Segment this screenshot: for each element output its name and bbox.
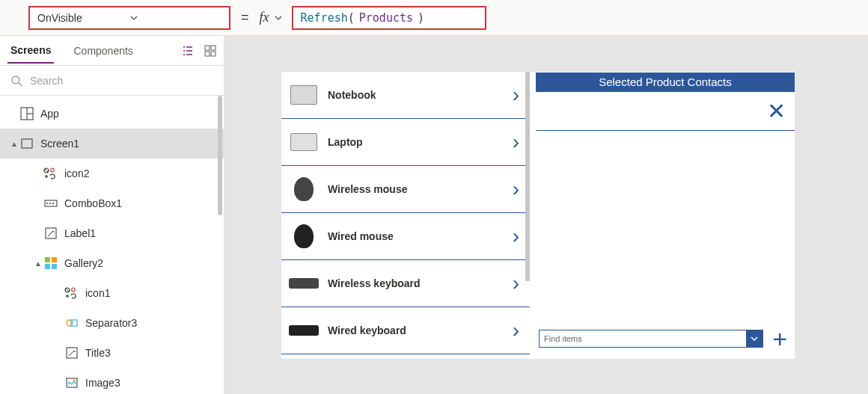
detail-pane: Selected Product Contacts ✕ Find items + (536, 72, 795, 359)
chevron-right-icon[interactable]: › (513, 130, 522, 154)
formula-argument: Products (359, 11, 413, 25)
tree-item-app[interactable]: App (0, 99, 224, 129)
detail-header: Selected Product Contacts (536, 73, 795, 92)
svg-point-27 (67, 320, 73, 326)
tree-item-combobox1[interactable]: ComboBox1 (0, 188, 224, 218)
chevron-down-icon[interactable] (746, 330, 762, 347)
caret-down-icon[interactable]: ▲ (33, 259, 43, 268)
scrollbar[interactable] (525, 72, 530, 281)
svg-line-5 (19, 83, 22, 86)
svg-rect-19 (45, 257, 50, 262)
search-icon (10, 75, 22, 87)
tree-item-screen1[interactable]: ▲ Screen1 (0, 129, 224, 158)
detail-topbar: ✕ (536, 92, 795, 131)
tree-label: ComboBox1 (64, 197, 122, 209)
image-icon (64, 376, 79, 390)
main-layout: Screens Components Search (0, 36, 868, 394)
property-value: OnVisible (37, 12, 129, 24)
tree-label: icon1 (85, 287, 110, 299)
tab-components[interactable]: Components (70, 39, 135, 63)
svg-point-31 (73, 380, 76, 382)
tree-view: App ▲ Screen1 ic (0, 96, 224, 394)
label-icon (43, 227, 58, 240)
svg-rect-3 (211, 52, 216, 56)
product-label: Wireless keyboard (328, 277, 513, 289)
tree-item-image3[interactable]: Image3 (0, 368, 224, 394)
tree-label: Separator3 (85, 317, 137, 329)
list-view-icon[interactable] (182, 45, 194, 57)
add-icon[interactable]: + (772, 326, 787, 351)
gallery-item[interactable]: Wired mouse › (281, 213, 530, 260)
tree-label: Image3 (85, 377, 120, 389)
chevron-down-icon[interactable] (274, 13, 283, 22)
product-image (289, 315, 319, 345)
chevron-right-icon[interactable]: › (513, 271, 522, 295)
product-label: Notebook (328, 89, 513, 101)
chevron-right-icon[interactable]: › (513, 224, 522, 248)
tree-label: Gallery2 (64, 257, 103, 269)
caret-down-icon[interactable]: ▲ (9, 140, 19, 148)
svg-rect-2 (205, 52, 210, 56)
svg-rect-21 (45, 264, 50, 269)
grid-view-icon[interactable] (204, 45, 216, 57)
icon-control-icon (43, 167, 58, 179)
svg-point-16 (49, 203, 51, 204)
gallery-item[interactable]: Wired keyboard › (281, 307, 530, 354)
svg-rect-22 (52, 264, 57, 269)
formula-function: Refresh (301, 11, 348, 25)
search-input[interactable]: Search (0, 66, 224, 96)
product-image (289, 268, 319, 298)
tree-item-gallery2[interactable]: ▲ Gallery2 (0, 248, 224, 278)
equals-sign: = (241, 10, 249, 25)
label-icon (64, 346, 79, 360)
product-image (289, 127, 319, 157)
tree-item-icon2[interactable]: icon2 (0, 158, 224, 188)
product-label: Wired keyboard (328, 324, 513, 336)
icon-control-icon (64, 287, 79, 299)
gallery-icon (43, 256, 58, 270)
tab-label: Components (73, 45, 132, 57)
tree-item-label1[interactable]: Label1 (0, 218, 224, 248)
screen-canvas[interactable]: Notebook › Laptop › Wireless mouse › Wir… (281, 72, 795, 359)
chevron-right-icon[interactable]: › (513, 177, 522, 201)
detail-body (536, 131, 795, 326)
gallery-item[interactable]: Wireless mouse › (281, 166, 530, 213)
chevron-right-icon[interactable]: › (513, 83, 522, 107)
canvas-area: Notebook › Laptop › Wireless mouse › Wir… (224, 36, 868, 394)
close-icon[interactable]: ✕ (767, 98, 786, 124)
tree-item-separator3[interactable]: Separator3 (0, 308, 224, 338)
formula-input[interactable]: Refresh ( Products ) (292, 6, 486, 30)
svg-rect-20 (52, 257, 57, 262)
product-label: Laptop (328, 136, 513, 148)
product-label: Wireless mouse (328, 183, 513, 195)
gallery-item[interactable]: Wireless keyboard › (281, 260, 530, 307)
formula-paren: ( (348, 11, 355, 25)
gallery[interactable]: Notebook › Laptop › Wireless mouse › Wir… (281, 72, 530, 359)
product-image (289, 174, 319, 204)
gallery-item[interactable]: Notebook › (281, 72, 530, 119)
combobox-find-items[interactable]: Find items (539, 330, 763, 348)
svg-point-15 (46, 203, 48, 204)
tree-label: Title3 (85, 347, 111, 359)
scrollbar[interactable] (218, 96, 222, 215)
separator-icon (64, 316, 79, 330)
chevron-down-icon (129, 13, 221, 22)
screen-icon (19, 137, 34, 150)
gallery-item[interactable]: Laptop › (281, 119, 530, 166)
formula-paren: ) (418, 11, 424, 25)
tree-label: Label1 (64, 227, 96, 239)
svg-point-4 (12, 76, 19, 84)
tree-tabs: Screens Components (0, 36, 224, 66)
property-dropdown[interactable]: OnVisible (28, 6, 230, 30)
app-icon (19, 107, 34, 120)
tree-label: App (40, 108, 59, 120)
combobox-icon (43, 198, 58, 209)
tree-item-icon1[interactable]: icon1 (0, 278, 224, 308)
tree-label: icon2 (64, 167, 89, 179)
product-image (289, 221, 319, 251)
tree-item-title3[interactable]: Title3 (0, 338, 224, 368)
detail-footer: Find items + (536, 326, 795, 359)
tab-screens[interactable]: Screens (7, 38, 54, 64)
svg-line-24 (66, 289, 69, 292)
chevron-right-icon[interactable]: › (513, 318, 522, 342)
